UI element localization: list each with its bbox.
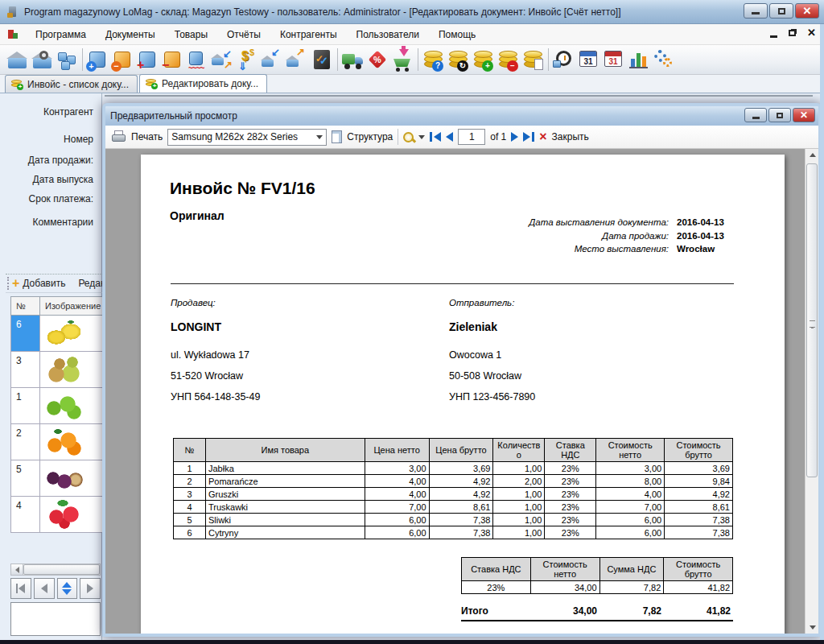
settings-gears-icon[interactable] (651, 46, 676, 73)
close-button[interactable]: ✕ (795, 3, 819, 19)
scroll-down-button[interactable] (806, 621, 818, 634)
vertical-scrollbar[interactable] (805, 149, 818, 634)
meta-value: 2016-04-13 (677, 229, 735, 243)
drag-handle[interactable] (7, 277, 9, 290)
field-label-sale-date: Дата продажи: (28, 155, 93, 166)
add-item-icon[interactable]: + (135, 46, 160, 73)
stocktaking-icon[interactable]: ✓✓ (310, 46, 335, 73)
print-button[interactable]: Печать (131, 131, 163, 142)
warehouse-transfer-icon[interactable]: ↙↗ (210, 46, 235, 73)
table-row[interactable]: 2 (10, 424, 106, 460)
coins-add-icon: + (10, 79, 23, 90)
calendar-blue-icon[interactable]: 31 (576, 46, 601, 73)
table-row[interactable]: 6 (10, 316, 106, 352)
external-receipt-icon[interactable]: ↙ (260, 46, 285, 73)
tab-invoice-list[interactable]: + Инвойс - список доку... (5, 75, 138, 93)
seller-name: LONGINT (171, 320, 436, 333)
col-header: Цена нетто (365, 439, 430, 461)
edit-item-button[interactable]: Редактировать (78, 278, 102, 289)
dialog-titlebar[interactable]: Предварительный просмотр ✕ (105, 106, 818, 126)
warehouse-search-icon[interactable] (30, 46, 55, 73)
main-titlebar[interactable]: Program magazynowy LoMag - склад: Magazy… (0, 0, 824, 24)
first-record-button[interactable] (10, 578, 31, 599)
scroll-up-button[interactable] (806, 149, 818, 161)
close-icon: ✕ (803, 6, 812, 16)
product-image-lemons (40, 316, 105, 351)
mdi-restore-button[interactable] (789, 30, 796, 36)
table-row[interactable]: 4 (10, 497, 106, 533)
structure-button[interactable]: Структура (347, 131, 393, 142)
scrollbar-thumb[interactable] (806, 163, 818, 477)
zoom-icon[interactable] (403, 132, 414, 142)
dialog-close-button[interactable]: ✕ (793, 108, 815, 122)
up-arrow-icon (810, 153, 816, 157)
money-report-icon[interactable] (521, 46, 546, 73)
mdi-minimize-button[interactable] (770, 35, 777, 38)
col-header: Цена брутто (430, 439, 494, 461)
document-tabstrip: + Инвойс - список доку... + Редактироват… (0, 75, 824, 93)
money-question-icon[interactable]: ? (421, 46, 446, 73)
last-page-button[interactable] (523, 132, 534, 142)
remove-document-icon[interactable]: − (110, 46, 135, 73)
dialog-minimize-button[interactable] (744, 108, 767, 122)
delivery-icon[interactable] (340, 46, 365, 73)
scrollbar-thumb[interactable] (23, 564, 100, 575)
money-exchange-icon[interactable]: ↻ (446, 46, 471, 73)
col-header: Стоимость нетто (596, 439, 665, 461)
menu-goods[interactable]: Товары (165, 26, 217, 43)
money-remove-icon[interactable]: − (496, 46, 521, 73)
add-document-icon[interactable]: + (85, 46, 110, 73)
zoom-dropdown-icon[interactable] (418, 135, 425, 139)
previous-record-button[interactable] (34, 578, 55, 599)
page-number-input[interactable]: 1 (458, 129, 485, 145)
preview-canvas[interactable]: Инвойс № FV1/16 Оригинал Дата выставлени… (105, 149, 818, 634)
horizontal-scrollbar[interactable] (10, 564, 101, 576)
sender-name: Zieleniak (449, 320, 715, 333)
row-number: 1 (11, 388, 40, 423)
first-page-button[interactable] (430, 132, 441, 142)
price-list-icon[interactable]: $$⇓ (235, 46, 260, 73)
menu-reports[interactable]: Отчёты (217, 26, 270, 43)
toolbar-separator (418, 48, 418, 71)
maximize-button[interactable] (769, 3, 793, 19)
tab-label: Редактировать доку... (162, 78, 258, 89)
discounts-icon[interactable]: % (365, 46, 390, 73)
scroll-left-button[interactable] (11, 564, 23, 575)
close-preview-button[interactable]: Закрыть (552, 131, 589, 142)
statistics-chart-icon[interactable] (626, 46, 651, 73)
menu-help[interactable]: Помощь (429, 26, 485, 43)
field-label-payment-term: Срок платежа: (29, 193, 93, 204)
sort-updown-button[interactable] (57, 578, 78, 599)
menu-users[interactable]: Пользователи (347, 26, 429, 43)
table-row[interactable]: 3 (10, 352, 106, 388)
purchase-cart-icon[interactable] (390, 46, 415, 73)
table-row: 4Truskawki7,008,611,0023%7,008,61 (174, 500, 733, 513)
column-header-number[interactable]: № (11, 297, 40, 315)
inventory-correction-icon[interactable]: ~~~~ (185, 46, 210, 73)
minimize-button[interactable] (744, 3, 768, 19)
column-header-image[interactable]: Изображение (40, 297, 105, 315)
menu-program[interactable]: Программа (26, 26, 96, 43)
next-page-button[interactable] (511, 132, 518, 142)
dialog-title: Предварительный просмотр (110, 110, 237, 122)
warehouse-icon[interactable] (5, 46, 30, 73)
toolbar-separator (337, 48, 338, 71)
calendar-red-icon[interactable]: 31 (601, 46, 626, 73)
menu-documents[interactable]: Документы (96, 26, 165, 43)
external-issue-icon[interactable]: ↗ (285, 46, 310, 73)
add-item-button[interactable]: Добавить (23, 278, 65, 289)
table-row[interactable]: 5 (10, 460, 106, 497)
tab-edit-document[interactable]: + Редактировать доку... (139, 74, 267, 93)
next-record-button[interactable] (80, 578, 101, 599)
money-add-icon[interactable]: + (471, 46, 496, 73)
goods-boxes-icon[interactable] (55, 46, 80, 73)
dialog-maximize-button[interactable] (768, 108, 791, 122)
mdi-close-button[interactable]: ✕ (807, 28, 816, 38)
table-row[interactable]: 1 (10, 388, 106, 424)
previous-page-button[interactable] (446, 132, 453, 142)
application-window: Program magazynowy LoMag - склад: Magazy… (0, 0, 824, 644)
history-clock-icon[interactable] (551, 46, 576, 73)
menu-contractors[interactable]: Контрагенты (270, 26, 347, 43)
remove-item-icon[interactable]: − (160, 46, 185, 73)
printer-select[interactable]: Samsung M262x 282x Series (167, 129, 327, 146)
